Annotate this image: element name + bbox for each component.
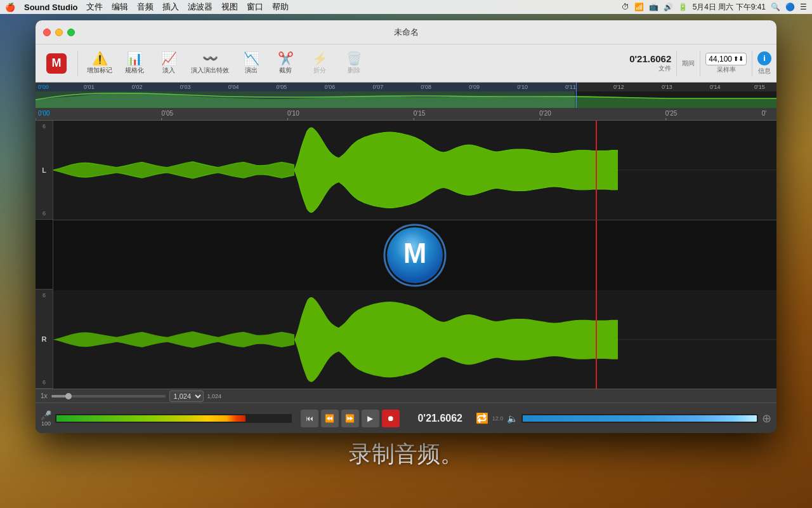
fade-in-out-icon: 〰️	[202, 52, 218, 65]
menubar: 🍎 Sound Studio 文件 编辑 音频 插入 滤波器 视图 窗口 帮助 …	[0, 0, 812, 14]
delete-button[interactable]: 🗑️ 删除	[338, 50, 370, 77]
zoom-label: 1x	[41, 392, 48, 399]
fade-out-icon: 📉	[244, 52, 259, 65]
r-waveform	[53, 290, 776, 389]
r-track-playhead	[596, 290, 597, 389]
l-track-playhead	[596, 121, 597, 220]
zoom-bar: 1x 1,024 1,024	[36, 389, 776, 403]
fast-forward-icon: ⏩	[345, 414, 355, 423]
app-name[interactable]: Sound Studio	[24, 3, 77, 12]
normalize-icon: 📊	[127, 52, 143, 65]
left-labels: 6 L 6 6 R 6	[36, 121, 53, 389]
menu-edit[interactable]: 编辑	[112, 1, 128, 13]
play-icon: ▶	[367, 414, 373, 423]
toolbar-separator-3	[700, 51, 700, 76]
mid-area: M	[53, 220, 776, 290]
l-track[interactable]	[53, 121, 776, 220]
close-button[interactable]	[43, 29, 51, 36]
fast-forward-button[interactable]: ⏩	[341, 410, 359, 427]
normalize-button[interactable]: 📊 规格化	[119, 50, 150, 77]
waveform-area[interactable]: M	[53, 121, 776, 389]
titlebar: 未命名	[36, 20, 776, 44]
crop-label: 截剪	[279, 66, 292, 75]
crop-icon: ✂️	[278, 52, 294, 65]
wifi-icon: 📶	[634, 3, 644, 11]
fade-in-button[interactable]: 📈 淡入	[153, 50, 185, 77]
mic-section: 🎤 100	[41, 410, 51, 427]
overview-time-12: 0'12	[613, 84, 624, 90]
menu-file[interactable]: 文件	[86, 1, 103, 13]
input-level-meter	[55, 414, 292, 423]
menu-window[interactable]: 窗口	[247, 1, 263, 13]
transport-controls: ⏮ ⏪ ⏩ ▶ ⏺	[301, 410, 400, 427]
repeat-button[interactable]: 🔁	[476, 412, 488, 424]
fade-out-label: 演出	[245, 66, 258, 75]
crop-button[interactable]: ✂️ 截剪	[270, 50, 301, 77]
tracks-area: 6 L 6 6 R 6	[36, 121, 776, 389]
rewind-icon: ⏪	[325, 414, 334, 423]
skip-to-start-button[interactable]: ⏮	[301, 410, 318, 427]
speaker-icon: 🔈	[507, 413, 518, 424]
minimize-button[interactable]	[55, 29, 63, 36]
split-icon: ⚡	[312, 52, 328, 65]
r-bottom-marker: 6	[43, 379, 46, 385]
buffer-size-label: 1,024	[207, 393, 222, 399]
fade-in-out-button[interactable]: 〰️ 演入演出特效	[187, 50, 233, 77]
record-button[interactable]: ⏺	[382, 410, 400, 427]
menubar-right: ⏱ 📶 📺 🔊 🔋 5月4日 周六 下午9:41 🔍 🔵 ☰	[622, 2, 807, 13]
control-center-icon[interactable]: ☰	[800, 3, 807, 11]
r-track[interactable]	[53, 290, 776, 389]
overview-time-15: 0'15	[754, 84, 765, 90]
rewind-button[interactable]: ⏪	[321, 410, 339, 427]
traffic-lights	[43, 29, 75, 36]
play-button[interactable]: ▶	[362, 410, 379, 427]
ruler-ticks	[36, 108, 776, 121]
menu-audio[interactable]: 音频	[137, 1, 154, 13]
sample-rate-label: 采样率	[717, 65, 736, 74]
sample-rate-value: 44,100	[709, 55, 732, 64]
mid-playhead	[596, 220, 597, 290]
overview-time-14: 0'14	[710, 84, 721, 90]
window-title: 未命名	[394, 27, 419, 38]
fade-out-button[interactable]: 📉 演出	[235, 50, 267, 77]
zoom-slider-handle[interactable]	[65, 393, 72, 399]
add-marker-label: 增加标记	[87, 66, 112, 75]
add-marker-button[interactable]: ⚠️ 增加标记	[83, 50, 116, 77]
record-toolbar-button[interactable]: M	[41, 51, 72, 76]
search-icon[interactable]: 🔍	[771, 3, 780, 11]
info-section: i 信息	[757, 51, 771, 76]
sample-rate-arrows[interactable]: ⬆⬇	[733, 55, 743, 62]
apple-menu[interactable]: 🍎	[5, 3, 15, 12]
svg-text:M: M	[403, 237, 427, 269]
normalize-label: 规格化	[125, 66, 144, 75]
menu-view[interactable]: 视图	[221, 1, 238, 13]
toolbar-separator-1	[77, 51, 78, 76]
toolbar-separator-4	[752, 51, 752, 76]
sample-rate-control[interactable]: 44,100 ⬆⬇	[705, 53, 747, 65]
zoom-slider-track[interactable]	[51, 395, 166, 398]
buffer-size-select[interactable]: 1,024	[169, 391, 204, 402]
airplay-icon: 📺	[649, 3, 658, 11]
menu-filter[interactable]: 滤波器	[188, 1, 213, 13]
fullscreen-button[interactable]	[67, 29, 75, 36]
split-button[interactable]: ⚡ 折分	[304, 50, 336, 77]
info-button[interactable]: i	[757, 51, 771, 65]
siri-icon[interactable]: 🔵	[785, 3, 795, 11]
fade-in-icon: 📈	[161, 52, 177, 65]
file-time: 0'21.6062	[629, 53, 671, 64]
input-level-fill	[56, 415, 246, 422]
transport-bar: 🎤 100 ⏮ ⏪ ⏩ ▶ ⏺ 0'21.6062	[36, 403, 776, 433]
info-label: 信息	[758, 67, 771, 76]
record-icon: ⏺	[387, 414, 395, 423]
menu-insert[interactable]: 插入	[162, 1, 179, 13]
app-logo: M	[383, 224, 447, 287]
menu-help[interactable]: 帮助	[272, 1, 289, 13]
overview-bar[interactable]: 0'00 0'01 0'02 0'03 0'04 0'05 0'06 0'07 …	[36, 83, 776, 108]
l-channel-name: L	[42, 166, 46, 174]
mid-label-section	[36, 220, 53, 290]
l-top-marker: 6	[43, 123, 46, 130]
l-bottom-marker: 6	[43, 210, 46, 217]
skip-start-icon: ⏮	[306, 414, 313, 423]
add-to-end-button[interactable]: ⊕	[762, 411, 771, 425]
fade-in-out-label: 演入演出特效	[191, 66, 229, 75]
